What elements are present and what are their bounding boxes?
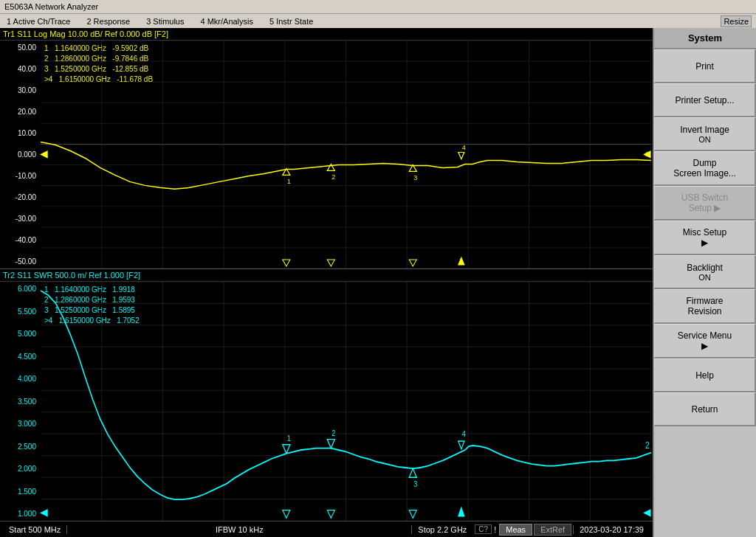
menu-active-trace[interactable]: 1 Active Ch/Trace — [4, 16, 72, 27]
status-bar: Start 500 MHz IFBW 10 kHz Stop 2.2 GHz C… — [0, 521, 653, 537]
svg-marker-34 — [409, 260, 416, 266]
status-exclamation: ! — [494, 525, 496, 534]
status-ifbw: IFBW 10 kHz — [67, 525, 411, 534]
chart1-svg: 1 2 3 4 1 — [41, 41, 651, 268]
resize-button[interactable]: Resize — [721, 15, 752, 27]
chart2-svg: 1 2 3 4 2 — [41, 282, 651, 521]
chart2-y-axis: 6.000 5.500 5.000 4.500 4.000 3.500 3.00… — [0, 282, 41, 521]
svg-marker-69 — [409, 510, 416, 519]
trace1-header: Tr1 S11 Log Mag 10.00 dB/ Ref 0.000 dB [… — [0, 28, 653, 41]
menu-stimulus[interactable]: 3 Stimulus — [144, 16, 186, 27]
svg-marker-35 — [458, 257, 464, 265]
svg-text:2: 2 — [331, 173, 335, 181]
svg-text:4: 4 — [462, 429, 466, 438]
printer-setup-button[interactable]: Printer Setup... — [654, 83, 756, 117]
firmware-revision-button[interactable]: Firmware Revision — [654, 289, 756, 324]
chart-area: Tr1 S11 Log Mag 10.00 dB/ Ref 0.000 dB [… — [0, 28, 653, 537]
extref-button[interactable]: ExtRef — [534, 524, 571, 536]
svg-text:1: 1 — [645, 150, 650, 159]
dump-screen-button[interactable]: Dump Screen Image... — [654, 151, 756, 186]
menu-mkr-analysis[interactable]: 4 Mkr/Analysis — [198, 16, 255, 27]
return-button[interactable]: Return — [654, 392, 756, 426]
title-bar: E5063A Network Analyzer — [0, 0, 756, 13]
chart2: 6.000 5.500 5.000 4.500 4.000 3.500 3.00… — [0, 282, 653, 521]
menu-instr-state[interactable]: 5 Instr State — [267, 16, 315, 27]
svg-marker-32 — [283, 260, 290, 266]
svg-text:4: 4 — [462, 144, 466, 151]
svg-marker-67 — [283, 510, 290, 519]
sidebar: System Print Printer Setup... Invert Ima… — [653, 28, 756, 537]
svg-text:1: 1 — [287, 434, 291, 443]
svg-marker-33 — [327, 260, 334, 266]
svg-marker-70 — [458, 507, 464, 516]
misc-setup-button[interactable]: Misc Setup ▶ — [654, 221, 756, 255]
chart1: 50.00 40.00 30.00 20.00 10.00 0.000 -10.… — [0, 41, 653, 269]
svg-marker-60 — [327, 440, 334, 448]
svg-text:3: 3 — [413, 480, 417, 489]
svg-marker-62 — [409, 468, 416, 477]
invert-image-state: ON — [698, 135, 711, 144]
svg-text:1: 1 — [287, 178, 291, 185]
meas-button[interactable]: Meas — [499, 524, 532, 536]
trace2-header: Tr2 S11 SWR 500.0 m/ Ref 1.000 [F2] — [0, 269, 653, 282]
svg-marker-58 — [283, 445, 290, 454]
main-area: Tr1 S11 Log Mag 10.00 dB/ Ref 0.000 dB [… — [0, 28, 756, 537]
usb-switch-setup-button[interactable]: USB Switch Setup ▶ — [654, 186, 756, 221]
svg-marker-64 — [458, 441, 464, 449]
status-stop: Stop 2.2 GHz — [411, 525, 472, 534]
sidebar-title: System — [654, 28, 756, 49]
help-button[interactable]: Help — [654, 358, 756, 392]
svg-text:2: 2 — [331, 429, 335, 437]
backlight-state: ON — [698, 273, 711, 282]
chart1-y-axis: 50.00 40.00 30.00 20.00 10.00 0.000 -10.… — [0, 41, 41, 268]
status-start: Start 500 MHz — [3, 525, 67, 534]
svg-marker-29 — [458, 153, 464, 159]
status-channel: C? — [475, 524, 492, 534]
service-menu-button[interactable]: Service Menu ▶ — [654, 324, 756, 358]
app-title: E5063A Network Analyzer — [4, 2, 98, 11]
print-button[interactable]: Print — [654, 49, 756, 83]
invert-image-button[interactable]: Invert Image ON — [654, 117, 756, 151]
menu-bar: 1 Active Ch/Trace 2 Response 3 Stimulus … — [0, 13, 756, 28]
svg-text:2: 2 — [645, 440, 650, 450]
menu-response[interactable]: 2 Response — [84, 16, 132, 27]
backlight-button[interactable]: Backlight ON — [654, 255, 756, 289]
svg-text:3: 3 — [413, 174, 417, 181]
svg-marker-68 — [327, 510, 334, 519]
status-datetime: 2023-03-20 17:39 — [573, 525, 650, 534]
